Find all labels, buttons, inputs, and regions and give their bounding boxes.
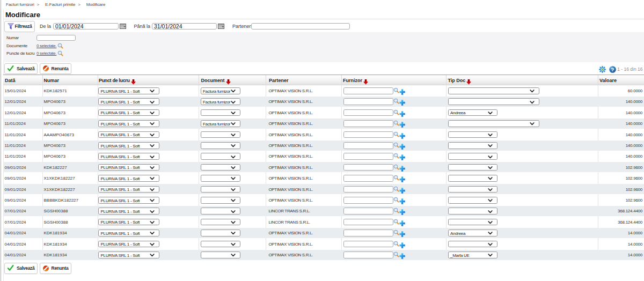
svg-text:?: ?: [611, 66, 614, 72]
